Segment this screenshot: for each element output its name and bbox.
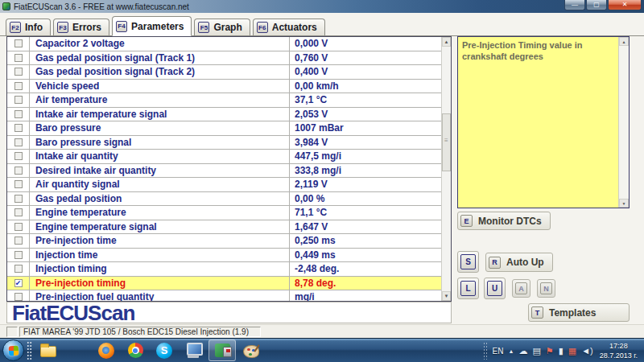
row-checkbox[interactable] — [14, 195, 23, 203]
table-row[interactable]: Intake air quantity447,5 mg/i — [7, 150, 441, 164]
table-row[interactable]: Injection timing-2,48 deg. — [7, 262, 441, 277]
taskbar-button-explorer[interactable] — [35, 339, 62, 361]
auto-up-button[interactable]: R Auto Up — [485, 253, 553, 272]
remote-app-icon[interactable]: ▦ — [568, 347, 576, 356]
monitor-dtcs-button[interactable]: E Monitor DTCs — [457, 212, 551, 230]
cloud-icon[interactable]: ☁ — [518, 347, 527, 356]
skype-icon — [156, 343, 172, 359]
row-checkbox[interactable] — [14, 138, 23, 146]
row-checkbox[interactable] — [14, 124, 23, 132]
battery-icon[interactable]: ▮ — [559, 347, 564, 356]
table-row[interactable]: Baro pressure signal3,984 V — [7, 136, 441, 150]
app-window-icon[interactable]: ▤ — [532, 347, 540, 356]
close-button[interactable]: ✕ — [608, 0, 642, 10]
table-row[interactable]: Gas pedal position signal (Track 1)0,760… — [7, 51, 441, 66]
checkbox-cell — [7, 262, 30, 276]
row-checkbox[interactable] — [14, 39, 23, 47]
row-checkbox[interactable] — [14, 82, 23, 90]
windows-logo-icon — [8, 345, 19, 356]
checkbox-cell — [7, 206, 30, 220]
templates-button[interactable]: T Templates — [528, 303, 630, 322]
row-checkbox[interactable] — [14, 251, 23, 259]
scroll-down-icon[interactable]: ▼ — [619, 199, 629, 208]
table-row[interactable]: Gas pedal position signal (Track 2)0,400… — [7, 65, 441, 80]
tab-errors[interactable]: F3Errors — [53, 19, 109, 35]
logo: FiatECUScan — [6, 302, 452, 323]
parameter-name: Pre-injection timing — [30, 277, 290, 290]
row-checkbox[interactable] — [14, 54, 23, 62]
volume-icon[interactable]: ◄) — [581, 347, 593, 356]
table-row[interactable]: Desired intake air quantity333,8 mg/i — [7, 164, 441, 179]
parameter-value: 0,400 V — [290, 65, 441, 79]
table-row[interactable]: Vehicle speed0,00 km/h — [7, 80, 441, 94]
row-checkbox[interactable] — [14, 265, 23, 273]
taskbar-button-paint[interactable] — [237, 339, 265, 361]
table-row[interactable]: Injection time0,449 ms — [7, 249, 441, 263]
tab-graph[interactable]: F5Graph — [194, 19, 250, 35]
taskbar-button-computer[interactable] — [180, 339, 207, 361]
minimize-button[interactable]: — — [564, 0, 585, 10]
table-row[interactable]: Engine temperature signal1,647 V — [7, 220, 441, 235]
row-checkbox[interactable] — [14, 68, 23, 76]
row-checkbox[interactable] — [14, 237, 23, 245]
table-row[interactable]: Engine temperature71,1 °C — [7, 206, 441, 220]
taskbar-button-chrome[interactable] — [122, 339, 149, 361]
app-body: F2InfoF3ErrorsF4ParametersF5GraphF6Actua… — [0, 13, 644, 338]
show-hidden-icons-button[interactable]: ▲ — [509, 348, 514, 354]
row-checkbox[interactable] — [14, 208, 23, 216]
action-center-flag-icon[interactable]: ⚑ — [546, 347, 554, 356]
table-row[interactable]: Baro pressure1007 mBar — [7, 121, 441, 136]
table-row[interactable]: Capacitor 2 voltage0,000 V — [7, 37, 441, 51]
row-checkbox[interactable] — [14, 223, 23, 231]
parameter-value: 3,984 V — [290, 136, 441, 150]
table-row[interactable]: Air temperature37,1 °C — [7, 93, 441, 108]
scroll-up-icon[interactable]: ▲ — [442, 37, 451, 47]
checkbox-cell — [7, 277, 30, 290]
description-box: Pre-Injection Timing value in crankshaft… — [457, 36, 630, 208]
logo-text: FiatECUScan — [7, 302, 134, 323]
tab-actuators[interactable]: F6Actuators — [253, 19, 325, 35]
table-row[interactable]: Air quantity signal2,119 V — [7, 178, 441, 192]
table-row[interactable]: Pre-injection timing8,78 deg. — [7, 277, 441, 291]
start-button[interactable] — [2, 339, 24, 361]
row-checkbox[interactable] — [14, 110, 23, 118]
app-icon — [2, 2, 10, 10]
tab-info[interactable]: F2Info — [6, 19, 51, 35]
row-checkbox[interactable] — [14, 167, 23, 175]
n-key-button[interactable]: N — [537, 279, 555, 298]
a-key-button[interactable]: A — [512, 279, 530, 298]
taskbar-button-media-player[interactable] — [64, 339, 91, 361]
description-scrollbar[interactable]: ▲ ▼ — [618, 37, 629, 208]
taskbar-button-fiatecuscan[interactable] — [208, 339, 236, 361]
paint-icon — [243, 345, 259, 358]
taskbar-button-firefox[interactable] — [93, 339, 120, 361]
s-key-button[interactable]: S — [457, 251, 479, 273]
taskbar-button-skype[interactable] — [151, 339, 178, 361]
table-row[interactable]: Pre-injection fuel quantitymg/i — [7, 290, 441, 301]
taskbar: EN ▲ ☁▤⚑▮▦◄) 17:28 28.7.2013 г. — [0, 338, 644, 362]
table-row[interactable]: Intake air temperature signal2,053 V — [7, 108, 441, 122]
row-checkbox[interactable] — [14, 180, 23, 188]
tab-parameters[interactable]: F4Parameters — [112, 16, 192, 36]
row-checkbox[interactable] — [14, 293, 23, 301]
parameter-table-body: Capacitor 2 voltage0,000 VGas pedal posi… — [7, 37, 441, 301]
scroll-up-icon[interactable]: ▲ — [619, 37, 629, 46]
row-checkbox[interactable] — [14, 152, 23, 160]
parameter-value: 0,000 V — [290, 37, 441, 51]
l-key-button[interactable]: L — [457, 278, 479, 299]
table-row[interactable]: Pre-injection time0,250 ms — [7, 234, 441, 249]
language-indicator[interactable]: EN — [493, 347, 504, 356]
u-key-button[interactable]: U — [484, 278, 506, 299]
scroll-down-icon[interactable]: ▼ — [442, 291, 451, 301]
s-keycap: S — [460, 254, 476, 269]
row-checkbox[interactable] — [14, 279, 23, 287]
table-row[interactable]: Gas pedal position0,00 % — [7, 192, 441, 207]
maximize-button[interactable]: ▢ — [586, 0, 607, 10]
tabstrip: F2InfoF3ErrorsF4ParametersF5GraphF6Actua… — [0, 16, 644, 36]
scrollbar-thumb[interactable] — [442, 113, 451, 171]
parameter-value: mg/i — [290, 290, 441, 301]
table-scrollbar[interactable]: ▲ ▼ — [441, 37, 451, 301]
row-checkbox[interactable] — [14, 96, 23, 104]
taskbar-clock[interactable]: 17:28 28.7.2013 г. — [598, 341, 642, 360]
checkbox-cell — [7, 290, 30, 301]
